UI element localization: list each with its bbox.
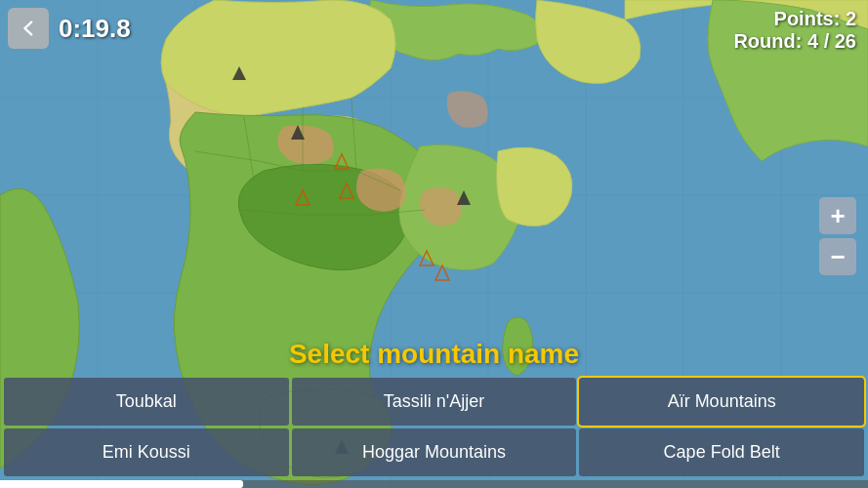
round-label: Round: 4 / 26 [733, 30, 856, 53]
answer-tassili[interactable]: Tassili n'Ajjer [292, 378, 577, 426]
back-icon [18, 18, 39, 39]
zoom-in-button[interactable]: + [819, 197, 856, 234]
answer-air[interactable]: Aïr Mountains [579, 378, 864, 426]
score-display: Points: 2 Round: 4 / 26 [733, 8, 856, 53]
timer-display: 0:19.8 [59, 14, 131, 44]
answer-hoggar[interactable]: Hoggar Mountains [292, 428, 577, 476]
top-left-controls: 0:19.8 [8, 8, 131, 49]
question-label: Select mountain name [0, 329, 868, 378]
back-button[interactable] [8, 8, 49, 49]
zoom-out-button[interactable]: − [819, 238, 856, 275]
points-label: Points: 2 [733, 8, 856, 30]
progress-bar [0, 480, 243, 488]
answer-toubkal[interactable]: Toubkal [4, 378, 289, 426]
answer-grid: Toubkal Tassili n'Ajjer Aïr Mountains Em… [0, 378, 868, 476]
answer-cape[interactable]: Cape Fold Belt [579, 428, 864, 476]
answer-emi[interactable]: Emi Koussi [4, 428, 289, 476]
bottom-overlay: Select mountain name Toubkal Tassili n'A… [0, 329, 868, 488]
progress-bar-container [0, 480, 868, 488]
zoom-controls: + − [819, 197, 856, 275]
